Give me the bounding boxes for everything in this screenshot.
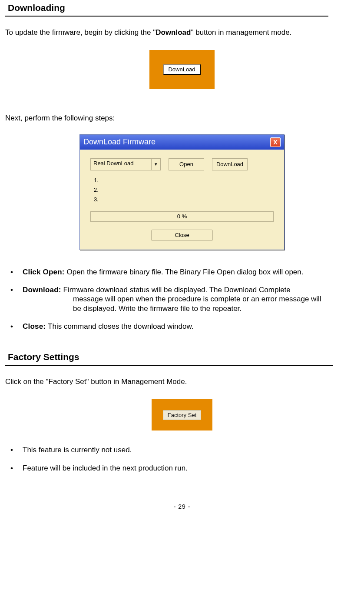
intro-paragraph: To update the firmware, begin by clickin… [5,28,359,37]
factory-intro: Click on the "Factory Set" button in Man… [5,377,359,386]
list-item: Feature will be included in the next pro… [5,464,359,473]
file-list: 1. 2. 3. [94,176,274,204]
b2-line1: Firmware download status will be display… [63,286,291,294]
list-item: Close: This command closes the download … [5,322,359,331]
list-item: This feature is currently not used. [5,445,359,454]
download-button-preview-block: DownLoad [149,50,215,89]
term-click-open: Click Open: [23,268,67,276]
download-steps-list: Click Open: Open the firmware binary fil… [5,267,359,331]
download-action-button[interactable]: DownLoad [212,158,248,170]
close-button[interactable]: Close [151,230,213,241]
open-button[interactable]: Open [169,158,204,170]
factory-button-preview-block: Factory Set [152,399,212,430]
chevron-down-icon[interactable]: ▾ [151,159,160,170]
factory-notes-list: This feature is currently not used. Feat… [5,445,359,473]
section-title-downloading: Downloading [5,1,359,16]
term-download: Download: [23,286,63,294]
progress-bar: 0 % [90,211,274,222]
intro-bold: Download [156,28,191,37]
dialog-close-x[interactable]: X [270,137,281,147]
intro-pre: To update the firmware, begin by clickin… [5,28,156,37]
b1-rest: firmware binary file. The Binary File Op… [99,268,303,276]
list-item: Click Open: Open the firmware binary fil… [5,267,359,277]
list-item: 2. [94,185,274,195]
factory-set-button[interactable]: Factory Set [163,410,201,420]
b3-rest: This command closes the download window. [48,322,193,330]
list-item: 3. [94,195,274,204]
combo-value: Real DownLoad [91,159,151,170]
dialog-title-text: DownLoad Firmware [83,137,156,147]
section-rule [5,365,333,366]
list-item: Download: Firmware download status will … [5,285,359,313]
dialog-titlebar: DownLoad Firmware X [80,135,284,150]
download-button[interactable]: DownLoad [163,64,200,75]
download-mode-combo[interactable]: Real DownLoad ▾ [90,158,161,170]
section-title-factory-settings: Factory Settings [5,350,359,365]
b2-line3: be displayed. Write the firmware file to… [23,304,359,313]
page-number: - 29 - [5,503,359,510]
term-close: Close: [23,322,48,330]
intro-post: " button in management mode. [191,28,291,37]
list-item: 1. [94,176,274,185]
next-steps-paragraph: Next, perform the following steps: [5,113,359,123]
b1-lead: Open the [67,268,99,276]
b2-line2: message will open when the procedure is … [23,294,359,304]
note1: This feature is currently not used. [23,446,132,454]
download-firmware-dialog: DownLoad Firmware X Real DownLoad ▾ Open… [79,134,285,250]
note2: Feature will be included in the next pro… [23,464,188,472]
section-rule [5,16,328,17]
